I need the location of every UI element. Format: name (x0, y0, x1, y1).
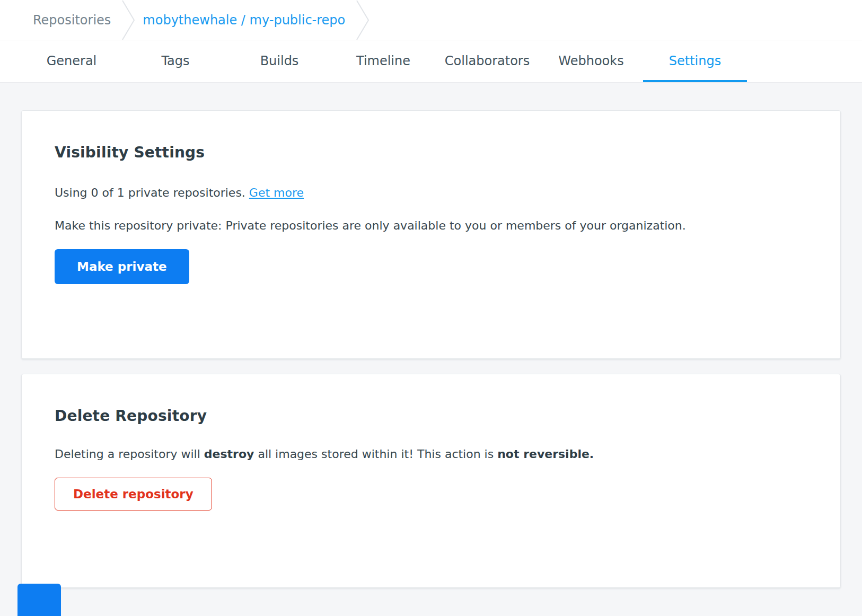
delete-warning-text: Deleting a repository will destroy all i… (55, 446, 807, 463)
breadcrumb: Repositories mobythewhale / my-public-re… (0, 0, 862, 40)
tab-collaborators[interactable]: Collaborators (435, 40, 539, 82)
warning-prefix: Deleting a repository will (55, 447, 204, 461)
make-private-button[interactable]: Make private (55, 249, 189, 284)
chevron-right-icon (121, 0, 135, 40)
usage-text: Using 0 of 1 private repositories. (55, 186, 249, 199)
tab-general[interactable]: General (20, 40, 124, 82)
warning-middle: all images stored within it! This action… (254, 447, 497, 461)
delete-repository-title: Delete Repository (55, 407, 807, 425)
chat-widget[interactable] (17, 584, 61, 616)
delete-repository-button[interactable]: Delete repository (55, 478, 212, 511)
tab-tags[interactable]: Tags (124, 40, 227, 82)
warning-not-reversible: not reversible. (497, 447, 594, 461)
warning-destroy: destroy (204, 447, 254, 461)
private-repo-usage-text: Using 0 of 1 private repositories. Get m… (55, 184, 807, 201)
tab-webhooks[interactable]: Webhooks (539, 40, 643, 82)
breadcrumb-current-repo[interactable]: mobythewhale / my-public-repo (143, 13, 345, 28)
visibility-settings-card: Visibility Settings Using 0 of 1 private… (21, 110, 841, 359)
tab-settings[interactable]: Settings (643, 40, 747, 82)
tab-builds[interactable]: Builds (227, 40, 331, 82)
delete-repository-card: Delete Repository Deleting a repository … (21, 374, 841, 588)
repo-tab-bar: General Tags Builds Timeline Collaborato… (0, 40, 862, 83)
breadcrumb-repositories[interactable]: Repositories (33, 13, 111, 28)
visibility-settings-title: Visibility Settings (55, 144, 807, 161)
chevron-right-icon (356, 0, 370, 40)
make-private-description: Make this repository private: Private re… (55, 217, 807, 234)
tab-timeline[interactable]: Timeline (331, 40, 435, 82)
get-more-link[interactable]: Get more (249, 186, 304, 199)
settings-page: Visibility Settings Using 0 of 1 private… (0, 83, 862, 588)
